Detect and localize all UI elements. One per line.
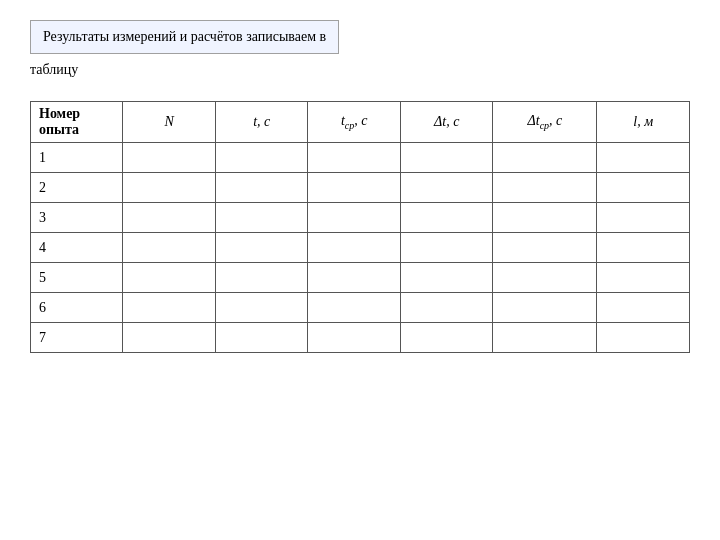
col-header-dtcp: Δtcp, c (493, 102, 597, 143)
table-row: 7 (31, 323, 690, 353)
row-5-dt (400, 263, 492, 293)
row-6-t (215, 293, 307, 323)
row-3-num: 3 (31, 203, 123, 233)
row-1-num: 1 (31, 143, 123, 173)
row-5-l (597, 263, 690, 293)
row-7-num: 7 (31, 323, 123, 353)
row-6-l (597, 293, 690, 323)
row-3-N (123, 203, 215, 233)
row-2-l (597, 173, 690, 203)
table-row: 3 (31, 203, 690, 233)
table-row: 5 (31, 263, 690, 293)
row-7-dtcp (493, 323, 597, 353)
row-7-N (123, 323, 215, 353)
row-2-dt (400, 173, 492, 203)
header-box: Результаты измерений и расчётов записыва… (30, 20, 339, 54)
col-header-tcp: tcp, c (308, 102, 400, 143)
row-5-tcp (308, 263, 400, 293)
table-row: 1 (31, 143, 690, 173)
table-header-row: Номеропыта N t, c tcp, c Δt, c Δtcp, c (31, 102, 690, 143)
row-7-l (597, 323, 690, 353)
row-6-tcp (308, 293, 400, 323)
row-1-tcp (308, 143, 400, 173)
header-text-line2: таблицу (30, 60, 78, 80)
row-6-num: 6 (31, 293, 123, 323)
table-container: Номеропыта N t, c tcp, c Δt, c Δtcp, c (30, 101, 690, 353)
row-4-N (123, 233, 215, 263)
row-1-dt (400, 143, 492, 173)
table-row: 4 (31, 233, 690, 263)
row-1-l (597, 143, 690, 173)
col-header-nomer: Номеропыта (31, 102, 123, 143)
row-3-dtcp (493, 203, 597, 233)
row-3-t (215, 203, 307, 233)
row-1-N (123, 143, 215, 173)
header-text-line1: Результаты измерений и расчётов записыва… (43, 27, 326, 47)
col-header-t: t, c (215, 102, 307, 143)
row-6-N (123, 293, 215, 323)
row-7-t (215, 323, 307, 353)
row-4-t (215, 233, 307, 263)
row-4-dtcp (493, 233, 597, 263)
row-5-dtcp (493, 263, 597, 293)
row-3-l (597, 203, 690, 233)
row-7-dt (400, 323, 492, 353)
row-4-l (597, 233, 690, 263)
row-7-tcp (308, 323, 400, 353)
row-2-dtcp (493, 173, 597, 203)
row-4-num: 4 (31, 233, 123, 263)
row-6-dtcp (493, 293, 597, 323)
row-5-t (215, 263, 307, 293)
row-5-num: 5 (31, 263, 123, 293)
nomer-label: Номеропыта (39, 106, 80, 137)
col-header-N: N (123, 102, 215, 143)
row-2-t (215, 173, 307, 203)
table-row: 2 (31, 173, 690, 203)
results-table: Номеропыта N t, c tcp, c Δt, c Δtcp, c (30, 101, 690, 353)
row-1-t (215, 143, 307, 173)
row-2-tcp (308, 173, 400, 203)
row-5-N (123, 263, 215, 293)
col-header-dt: Δt, c (400, 102, 492, 143)
col-header-l: l, м (597, 102, 690, 143)
row-1-dtcp (493, 143, 597, 173)
row-3-tcp (308, 203, 400, 233)
row-2-num: 2 (31, 173, 123, 203)
table-row: 6 (31, 293, 690, 323)
row-4-tcp (308, 233, 400, 263)
row-4-dt (400, 233, 492, 263)
row-2-N (123, 173, 215, 203)
row-3-dt (400, 203, 492, 233)
row-6-dt (400, 293, 492, 323)
